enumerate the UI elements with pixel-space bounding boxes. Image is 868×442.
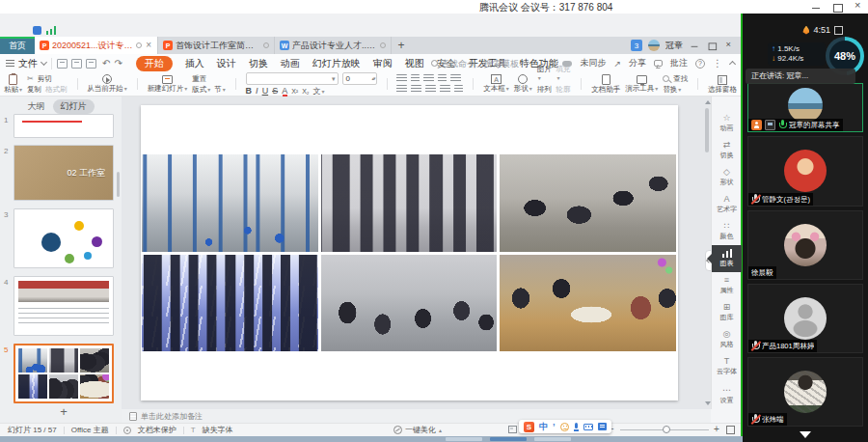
- sync-status[interactable]: 未同步: [580, 57, 606, 69]
- menu-insert[interactable]: 插入: [185, 57, 204, 70]
- present-tools-button[interactable]: 演示工具: [625, 75, 658, 94]
- preview-icon[interactable]: [86, 59, 96, 69]
- slide-photo-1[interactable]: [142, 154, 318, 252]
- rail-gallery[interactable]: ⊞图库: [712, 299, 742, 326]
- italic-button[interactable]: I: [256, 87, 258, 96]
- save-icon[interactable]: [57, 59, 68, 69]
- voice-input-icon[interactable]: [574, 423, 579, 431]
- missing-fonts[interactable]: 缺失字体: [203, 425, 233, 435]
- file-menu[interactable]: 文件: [0, 57, 46, 70]
- taskbar-app[interactable]: [534, 437, 571, 441]
- layout-button[interactable]: 版式: [192, 85, 210, 95]
- wps-restore-icon[interactable]: [707, 41, 717, 50]
- participant-tile[interactable]: 产品1801周林婷: [747, 284, 863, 353]
- emoji-icon[interactable]: [560, 423, 569, 431]
- new-tab-button[interactable]: +: [392, 37, 411, 54]
- reset-button[interactable]: 重置: [192, 74, 206, 83]
- paste-button[interactable]: 粘贴: [4, 74, 22, 95]
- tab-close-icon[interactable]: ×: [145, 41, 152, 50]
- fill-button[interactable]: 填充: [556, 65, 572, 83]
- line-spacing-icon[interactable]: [450, 74, 461, 83]
- superscript-button[interactable]: X²: [291, 87, 298, 96]
- notes-bar[interactable]: 单击此处添加备注: [122, 409, 711, 423]
- menu-view[interactable]: 视图: [405, 57, 424, 70]
- character-button[interactable]: 文: [313, 87, 325, 97]
- redo-icon[interactable]: ↷: [114, 59, 122, 69]
- copy-button[interactable]: 复制: [27, 85, 41, 94]
- ime-toolbox-icon[interactable]: [598, 423, 607, 430]
- align-left-icon[interactable]: [396, 85, 407, 94]
- tab-document-2[interactable]: P 首饰设计工作室简介.pptx: [158, 37, 275, 54]
- tab-document-1[interactable]: P 20200521...设计专业方向介绍 ×: [35, 37, 158, 54]
- wps-minimize-icon[interactable]: [690, 41, 699, 50]
- maximize-icon[interactable]: [831, 2, 843, 12]
- underline-button[interactable]: U: [262, 87, 269, 96]
- justify-icon[interactable]: [440, 85, 450, 94]
- slide-thumbnail-4[interactable]: [14, 276, 114, 336]
- taskbar-app[interactable]: [490, 437, 527, 441]
- zoom-slider-knob[interactable]: [663, 426, 670, 433]
- rail-colors[interactable]: ∷颜色: [712, 218, 742, 245]
- protection-status[interactable]: 文档未保护: [138, 425, 176, 435]
- share-button[interactable]: 分享: [629, 57, 646, 69]
- strikethrough-button[interactable]: S: [272, 87, 278, 96]
- wps-close-icon[interactable]: [724, 41, 734, 50]
- slide-photo-5[interactable]: [321, 255, 498, 352]
- doc-assistant-button[interactable]: 文档助手: [591, 74, 620, 94]
- more-participants-arrow[interactable]: [800, 431, 811, 438]
- rail-settings[interactable]: ⋯设置: [712, 382, 742, 409]
- section-button[interactable]: 节: [214, 85, 226, 95]
- slide-thumbnail-5-selected[interactable]: [14, 344, 114, 403]
- tab-slides[interactable]: 幻灯片: [53, 99, 95, 114]
- slide-thumbnail-1[interactable]: [14, 114, 114, 138]
- close-icon[interactable]: [853, 2, 864, 12]
- rail-cloud-fonts[interactable]: T云字体: [712, 353, 742, 380]
- menu-slideshow[interactable]: 幻灯片放映: [312, 57, 361, 70]
- font-size-select[interactable]: 0: [342, 72, 377, 85]
- format-painter-button[interactable]: 格式刷: [45, 85, 68, 94]
- rail-animation[interactable]: ☆动画: [712, 110, 742, 137]
- slide-photo-2[interactable]: [321, 154, 498, 252]
- tab-home[interactable]: 首页: [0, 37, 35, 54]
- undo-icon[interactable]: ↶: [102, 59, 110, 69]
- menu-design[interactable]: 设计: [217, 57, 236, 70]
- app-icon[interactable]: [33, 26, 41, 35]
- new-slide-button[interactable]: 新建幻灯片: [148, 75, 188, 94]
- selection-pane-button[interactable]: 选择窗格: [708, 75, 737, 94]
- align-right-icon[interactable]: [425, 85, 436, 94]
- bullets-icon[interactable]: [396, 74, 407, 83]
- rail-wordart[interactable]: A艺术字: [712, 191, 742, 218]
- shapes-button[interactable]: 形状: [514, 74, 532, 94]
- tab-document-3[interactable]: W 产品设计专业人才...20200106: [275, 37, 392, 54]
- slide-photo-3[interactable]: [500, 154, 676, 252]
- participant-tile[interactable]: 徐晨毅: [747, 210, 863, 280]
- find-button[interactable]: 查找: [673, 74, 688, 83]
- picture-button[interactable]: 图片: [537, 65, 553, 83]
- help-icon[interactable]: ?: [695, 59, 705, 69]
- slide-photo-4[interactable]: [142, 255, 318, 352]
- rail-chart-selected[interactable]: 图表: [712, 245, 742, 272]
- participant-tile-screen-share[interactable]: 冠章的屏幕共享: [747, 83, 863, 132]
- comment-button[interactable]: 批注: [670, 57, 688, 69]
- pin-icon[interactable]: [380, 42, 386, 48]
- menu-transition[interactable]: 切换: [249, 57, 268, 70]
- participant-tile[interactable]: 管静文(관정문): [747, 136, 863, 207]
- cut-button[interactable]: 剪切: [38, 74, 52, 83]
- pin-icon[interactable]: [263, 42, 269, 48]
- user-avatar[interactable]: [648, 40, 660, 51]
- ime-punctuation-icon[interactable]: ’: [553, 422, 556, 431]
- play-from-current-button[interactable]: 从当前开始: [87, 74, 127, 94]
- slide-thumbnail-3[interactable]: [14, 208, 114, 268]
- font-name-select[interactable]: [246, 72, 339, 85]
- rail-transition[interactable]: ⇄切换: [712, 137, 742, 164]
- pin-icon[interactable]: [136, 42, 142, 48]
- rail-style[interactable]: ◎风格: [712, 326, 742, 353]
- add-slide-button[interactable]: +: [14, 404, 114, 419]
- ime-language-mode[interactable]: 中: [539, 421, 548, 433]
- panel-scrollbar[interactable]: [117, 172, 120, 197]
- replace-button[interactable]: 替换: [663, 85, 681, 95]
- font-color-button[interactable]: A: [282, 87, 287, 96]
- sogou-ime-icon[interactable]: S: [524, 422, 534, 432]
- rail-properties[interactable]: ≡属性: [712, 272, 742, 299]
- align-center-icon[interactable]: [411, 85, 421, 94]
